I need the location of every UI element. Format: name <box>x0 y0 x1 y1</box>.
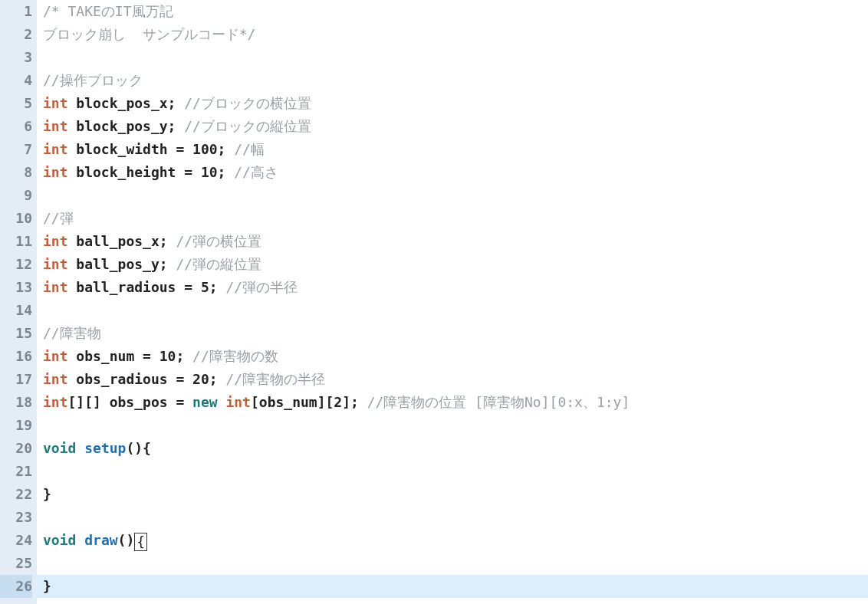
token <box>68 256 77 272</box>
token-ident: block_pos_y; <box>76 118 176 134</box>
token <box>68 348 77 364</box>
token <box>184 348 192 364</box>
token-ident: () <box>118 532 135 548</box>
token <box>68 279 77 295</box>
line-number: 12 <box>0 253 32 276</box>
code-line[interactable] <box>37 46 868 69</box>
token-ident: ball_radious = 5; <box>76 279 217 295</box>
token-comment: //弾 <box>43 210 74 226</box>
code-line[interactable]: int[][] obs_pos = new int[obs_num][2]; /… <box>37 391 868 414</box>
token-func: setup <box>84 440 126 456</box>
code-line[interactable]: int block_pos_y; //ブロックの縦位置 <box>37 115 868 138</box>
token-kwtype: int <box>43 233 68 249</box>
line-number: 16 <box>0 345 32 368</box>
token <box>68 233 77 249</box>
code-line[interactable]: //操作ブロック <box>37 69 868 92</box>
token-kwtype: int <box>43 141 68 157</box>
line-number: 7 <box>0 138 32 161</box>
code-editor-area[interactable]: /* TAKEのIT風万記ブロック崩し サンプルコード*///操作ブロックint… <box>37 0 868 604</box>
token-comment: //弾の半径 <box>225 279 298 295</box>
line-number: 6 <box>0 115 32 138</box>
line-number: 3 <box>0 46 32 69</box>
token <box>68 118 77 134</box>
code-line[interactable]: void draw(){ <box>37 529 868 552</box>
token-comment: //弾の横位置 <box>176 233 261 249</box>
token-kwtype: int <box>43 164 68 180</box>
code-line[interactable]: int block_height = 10; //高さ <box>37 161 868 184</box>
token <box>68 164 77 180</box>
code-line[interactable]: int block_pos_x; //ブロックの横位置 <box>37 92 868 115</box>
token-ident: block_pos_x; <box>76 95 176 111</box>
line-number: 13 <box>0 276 32 299</box>
token <box>76 532 84 548</box>
token-kwtype: int <box>43 348 68 364</box>
code-line[interactable]: //障害物 <box>37 322 868 345</box>
code-line[interactable] <box>37 414 868 437</box>
token-ident: ball_pos_y; <box>76 256 167 272</box>
token <box>218 371 226 387</box>
code-line[interactable]: int ball_pos_y; //弾の縦位置 <box>37 253 868 276</box>
code-line[interactable] <box>37 552 868 575</box>
line-number: 2 <box>0 23 32 46</box>
code-line[interactable]: } <box>37 575 868 598</box>
token-comment: ブロック崩し サンプルコード*/ <box>43 26 255 42</box>
code-line[interactable]: } <box>37 483 868 506</box>
code-line[interactable]: int ball_pos_x; //弾の横位置 <box>37 230 868 253</box>
line-number: 21 <box>0 460 32 483</box>
token <box>218 279 226 295</box>
code-line[interactable]: /* TAKEのIT風万記 <box>37 0 868 23</box>
line-number: 22 <box>0 483 32 506</box>
token <box>225 141 234 157</box>
token-comment: //障害物の位置 [障害物No][0:x、1:y] <box>367 394 630 410</box>
token-ident: block_width = 100; <box>76 141 225 157</box>
token-ident: [obs_num][2]; <box>251 394 359 410</box>
code-line[interactable]: ブロック崩し サンプルコード*/ <box>37 23 868 46</box>
token <box>168 233 176 249</box>
token <box>76 440 84 456</box>
code-line[interactable] <box>37 299 868 322</box>
code-line[interactable] <box>37 184 868 207</box>
line-number: 18 <box>0 391 32 414</box>
token-comment: //ブロックの縦位置 <box>184 118 311 134</box>
line-number: 8 <box>0 161 32 184</box>
line-number: 19 <box>0 414 32 437</box>
token-comment: //高さ <box>234 164 278 180</box>
line-number: 17 <box>0 368 32 391</box>
line-number: 1 <box>0 0 32 23</box>
code-line[interactable]: int obs_radious = 20; //障害物の半径 <box>37 368 868 391</box>
code-line[interactable]: //弾 <box>37 207 868 230</box>
token <box>176 118 184 134</box>
token-ident: [][] obs_pos = <box>68 394 193 410</box>
code-line[interactable]: int block_width = 100; //幅 <box>37 138 868 161</box>
code-line[interactable] <box>37 506 868 529</box>
code-line[interactable] <box>37 460 868 483</box>
token-kwtype: int <box>43 371 68 387</box>
token-comment: //障害物の数 <box>192 348 278 364</box>
token-kwtype: int <box>43 256 68 272</box>
token-comment: //弾の縦位置 <box>176 256 261 272</box>
token-ident: (){ <box>126 440 151 456</box>
token-kwtype: int <box>43 118 68 134</box>
token-kwvoid: void <box>43 440 76 456</box>
line-number-gutter: 1234567891011121314151617181920212223242… <box>0 0 37 604</box>
token-kwvoid: new <box>192 394 218 410</box>
token-ident: ball_pos_x; <box>76 233 167 249</box>
token-comment: //ブロックの横位置 <box>184 95 311 111</box>
line-number: 23 <box>0 506 32 529</box>
line-number: 20 <box>0 437 32 460</box>
token <box>218 394 226 410</box>
line-number: 11 <box>0 230 32 253</box>
token-ident: obs_num = 10; <box>76 348 184 364</box>
code-line[interactable]: int obs_num = 10; //障害物の数 <box>37 345 868 368</box>
code-line[interactable]: void setup(){ <box>37 437 868 460</box>
line-number: 15 <box>0 322 32 345</box>
token <box>359 394 367 410</box>
line-number: 24 <box>0 529 32 552</box>
token-ident: } <box>43 486 51 502</box>
token <box>225 164 234 180</box>
token-kwtype: int <box>43 279 68 295</box>
code-line[interactable]: int ball_radious = 5; //弾の半径 <box>37 276 868 299</box>
token-ident: obs_radious = 20; <box>76 371 217 387</box>
line-number: 14 <box>0 299 32 322</box>
line-number: 25 <box>0 552 32 575</box>
